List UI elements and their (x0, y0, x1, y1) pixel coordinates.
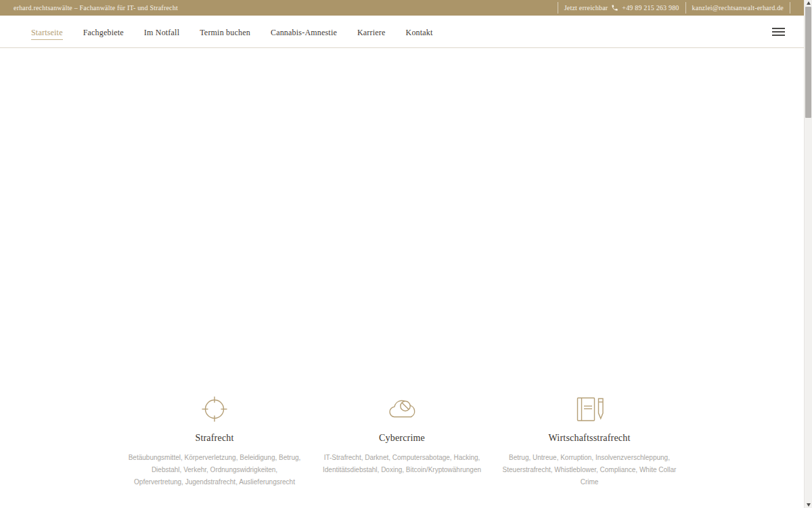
phone-icon (611, 4, 618, 12)
nav-item: Im Notfall (144, 26, 179, 38)
nav-item: Karriere (357, 26, 386, 38)
phone-number-link[interactable]: +49 89 215 263 980 (622, 4, 679, 12)
notebook-pen-icon (502, 396, 677, 423)
top-bar-contact: Jetzt erreichbar +49 89 215 263 980 kanz… (558, 0, 790, 16)
service-description: IT-Strafrecht, Darknet, Computersabotage… (315, 452, 489, 476)
hamburger-menu-icon[interactable] (772, 26, 785, 38)
browser-page: erhard.rechtsanwälte – Fachanwälte für I… (0, 0, 812, 508)
nav-item: Kontakt (406, 26, 433, 38)
main-navigation: Startseite Fachgebiete Im Notfall Termin… (0, 16, 804, 48)
crosshair-target-icon (127, 396, 302, 423)
hero-empty-area (0, 48, 804, 396)
scrollbar-thumb[interactable] (805, 7, 811, 118)
nav-link-termin-buchen[interactable]: Termin buchen (200, 28, 250, 37)
cloud-blocked-icon (315, 396, 489, 423)
nav-links: Startseite Fachgebiete Im Notfall Termin… (31, 26, 433, 38)
services-section: Strafrecht Betäubungsmittel, Körperverle… (127, 396, 677, 488)
scrollbar-track[interactable] (804, 0, 812, 508)
service-description: Betäubungsmittel, Körperverletzung, Bele… (127, 452, 302, 488)
service-description: Betrug, Untreue, Korruption, Insolvenzve… (502, 452, 677, 488)
phone-group: Jetzt erreichbar +49 89 215 263 980 (564, 4, 679, 12)
site-title: erhard.rechtsanwälte – Fachanwälte für I… (14, 4, 178, 12)
nav-item: Fachgebiete (83, 26, 124, 38)
service-card-strafrecht: Strafrecht Betäubungsmittel, Körperverle… (127, 396, 302, 488)
nav-link-cannabis-amnestie[interactable]: Cannabis-Amnestie (271, 28, 337, 37)
nav-item: Startseite (31, 26, 63, 38)
nav-link-kontakt[interactable]: Kontakt (406, 28, 433, 37)
separator (558, 2, 558, 14)
page-content: erhard.rechtsanwälte – Fachanwälte für I… (0, 0, 804, 508)
separator (685, 2, 686, 14)
separator (790, 2, 790, 14)
scroll-up-arrow[interactable] (805, 0, 812, 7)
email-link[interactable]: kanzlei@rechtsanwalt-erhard.de (692, 4, 784, 12)
service-card-wirtschaftsstrafrecht: Wirtschaftsstrafrecht Betrug, Untreue, K… (502, 396, 677, 488)
nav-link-startseite[interactable]: Startseite (31, 28, 63, 40)
availability-label: Jetzt erreichbar (564, 4, 608, 12)
service-card-cybercrime: Cybercrime IT-Strafrecht, Darknet, Compu… (315, 396, 489, 488)
scroll-down-arrow[interactable] (805, 501, 812, 508)
service-title: Strafrecht (127, 433, 302, 444)
nav-item: Cannabis-Amnestie (271, 26, 337, 38)
top-bar: erhard.rechtsanwälte – Fachanwälte für I… (0, 0, 804, 16)
service-title: Cybercrime (315, 433, 489, 444)
nav-link-fachgebiete[interactable]: Fachgebiete (83, 28, 124, 37)
nav-link-im-notfall[interactable]: Im Notfall (144, 28, 179, 37)
nav-item: Termin buchen (200, 26, 250, 38)
nav-link-karriere[interactable]: Karriere (357, 28, 386, 37)
service-title: Wirtschaftsstrafrecht (502, 433, 677, 444)
